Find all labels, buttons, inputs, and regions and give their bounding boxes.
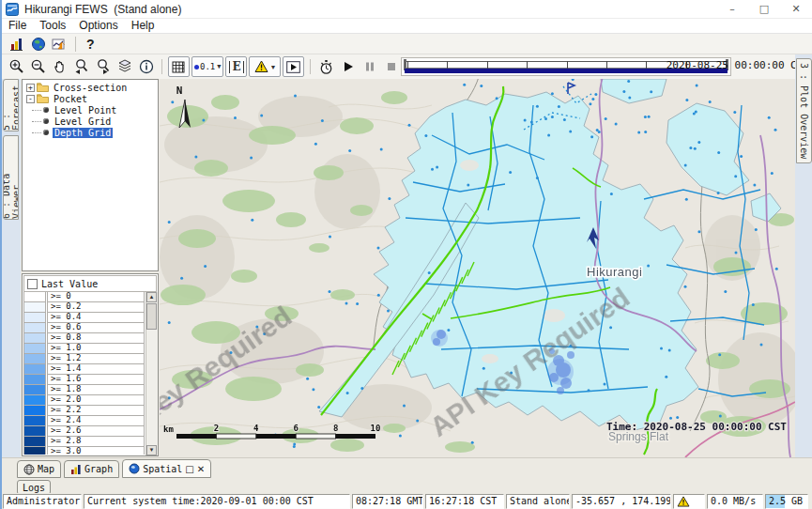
globe-icon — [129, 463, 140, 474]
classify-button[interactable]: E — [225, 56, 247, 77]
current-datetime-label: 2020-08-25 00:00:00 CST — [666, 59, 809, 71]
pan-hand-icon — [52, 58, 69, 75]
tree-item-label[interactable]: Level Point — [53, 105, 118, 116]
time-tick — [487, 61, 488, 69]
scrollbar-thumb[interactable] — [146, 303, 157, 330]
menu-options[interactable]: Options — [72, 19, 124, 33]
svg-text:10: 10 — [371, 424, 381, 433]
tree-item-level-point[interactable]: Level Point — [23, 104, 158, 116]
spatial-display-button[interactable] — [50, 35, 69, 54]
node-bullet-icon — [43, 118, 49, 124]
pause-button[interactable] — [360, 57, 379, 76]
tree-item-cross-section[interactable]: +Cross-section — [23, 82, 158, 93]
right-tab-strip: 3 : Plot Overview — [795, 54, 812, 457]
timeseries-dialog-button[interactable] — [7, 35, 26, 54]
tab-data-viewer[interactable]: 6 : Data Viewer — [3, 135, 19, 220]
chevron-down-icon: ▼ — [217, 63, 221, 70]
tree-item-label[interactable]: Pocket — [52, 94, 89, 104]
tab-map-label: Map — [38, 464, 54, 474]
zoom-next-button[interactable] — [93, 57, 113, 76]
bar-chart-icon — [70, 464, 82, 475]
classbreaks-interval-button[interactable]: 0.1 ▼ — [192, 56, 223, 77]
menu-file[interactable]: File — [2, 19, 33, 33]
layers-icon — [116, 58, 133, 75]
zoom-out-button[interactable] — [28, 57, 48, 76]
tree-item-label[interactable]: Cross-section — [52, 83, 129, 93]
tree-connector — [32, 132, 41, 133]
grid-icon — [172, 60, 186, 74]
stopwatch-icon — [318, 59, 334, 75]
tree-item-depth-grid[interactable]: Depth Grid — [23, 127, 158, 138]
tab-map[interactable]: Map — [17, 460, 61, 478]
bar-chart-icon — [9, 37, 24, 52]
status-coordinates: -35.657 , 174.199 — [572, 494, 671, 509]
thresholds-button[interactable]: ▼ — [249, 56, 281, 77]
animation-settings-button[interactable] — [316, 57, 336, 76]
tab-spatial-label: Spatial — [143, 464, 182, 474]
last-value-option[interactable]: Last Value — [23, 275, 157, 292]
info-icon — [138, 58, 155, 75]
map-canvas[interactable]: API Key Required API Key Required N Hiku… — [160, 79, 795, 457]
svg-text:6: 6 — [293, 424, 298, 433]
layers-button[interactable] — [115, 57, 134, 76]
tree-item-pocket[interactable]: -Pocket — [23, 93, 158, 104]
tab-graph-label: Graph — [84, 464, 113, 474]
time-tick — [407, 61, 408, 69]
title-bar: Hikurangi FEWS (Stand alone) – □ ✕ — [2, 0, 812, 19]
tree-item-level-grid[interactable]: Level Grid — [23, 116, 158, 127]
minimize-button[interactable]: – — [716, 0, 748, 18]
zoom-previous-button[interactable] — [71, 57, 91, 76]
zoom-in-button[interactable] — [7, 57, 26, 76]
svg-text:km: km — [163, 424, 174, 434]
legend-panel: Last Value >= 0>= 0.2>= 0.4>= 0.6>= 0.8>… — [22, 273, 159, 456]
logs-label: Logs — [23, 483, 45, 493]
interval-dot-icon — [194, 65, 199, 69]
tab-plot-overview[interactable]: 3 : Plot Overview — [796, 58, 812, 163]
tab-close-icon[interactable]: ✕ — [197, 464, 205, 474]
legend-class-label: >= 3.0 — [47, 446, 145, 455]
grid-display-button[interactable] — [168, 56, 190, 77]
zoom-next-icon — [95, 58, 112, 75]
scroll-up-icon[interactable]: ▲ — [146, 292, 157, 302]
menu-help[interactable]: Help — [125, 19, 161, 33]
legend-row[interactable]: >= 3.0 — [23, 447, 157, 455]
legend-class-list: >= 0>= 0.2>= 0.4>= 0.6>= 0.8>= 1.0>= 1.2… — [23, 292, 157, 455]
collapse-icon[interactable]: - — [26, 95, 35, 103]
zoom-previous-icon — [73, 58, 90, 75]
town-label: Hikurangi — [587, 265, 642, 279]
status-gmt-time: 08:27:18 GMT — [352, 494, 423, 509]
help-button[interactable]: ? — [81, 37, 100, 52]
stop-icon — [385, 60, 398, 73]
boxed-play-icon — [286, 61, 300, 73]
tree-connector — [32, 110, 41, 111]
maximize-button[interactable]: □ — [748, 0, 780, 18]
play-button[interactable] — [338, 57, 358, 76]
tab-spatial[interactable]: Spatial □ ✕ — [122, 459, 211, 478]
close-button[interactable]: ✕ — [780, 0, 812, 18]
stop-button[interactable] — [381, 57, 401, 76]
animate-forward-button[interactable] — [283, 56, 304, 77]
map-time-label: Time: 2020-08-25 00:00:00 CST — [606, 421, 787, 433]
left-tab-strip: 5 : Forecast 6 : Data Viewer — [2, 79, 21, 457]
tab-graph[interactable]: Graph — [64, 460, 119, 478]
map-display-button[interactable] — [28, 35, 48, 54]
tree-item-label[interactable]: Depth Grid — [53, 128, 113, 138]
layer-tree[interactable]: +Cross-section-PocketLevel PointLevel Gr… — [22, 79, 159, 271]
info-button[interactable] — [136, 57, 156, 76]
tab-restore-icon[interactable]: □ — [185, 464, 193, 474]
time-tick — [646, 61, 647, 69]
tab-forecast[interactable]: 5 : Forecast — [3, 79, 19, 131]
last-value-label: Last Value — [41, 279, 98, 289]
last-value-checkbox[interactable] — [27, 279, 38, 289]
pan-button[interactable] — [50, 57, 69, 76]
menu-tools[interactable]: Tools — [33, 19, 72, 33]
globe-icon — [31, 37, 46, 52]
tree-item-label[interactable]: Level Grid — [53, 116, 113, 127]
legend-scrollbar[interactable]: ▲ ▼ — [146, 292, 158, 455]
expand-icon[interactable]: + — [26, 84, 35, 92]
time-tick — [606, 61, 607, 69]
scroll-down-icon[interactable]: ▼ — [146, 445, 157, 455]
status-speed: 0.0 MB/s — [707, 494, 763, 509]
status-text: -35.657 , 174.199 — [575, 496, 671, 506]
status-text: Administrator — [7, 496, 80, 506]
